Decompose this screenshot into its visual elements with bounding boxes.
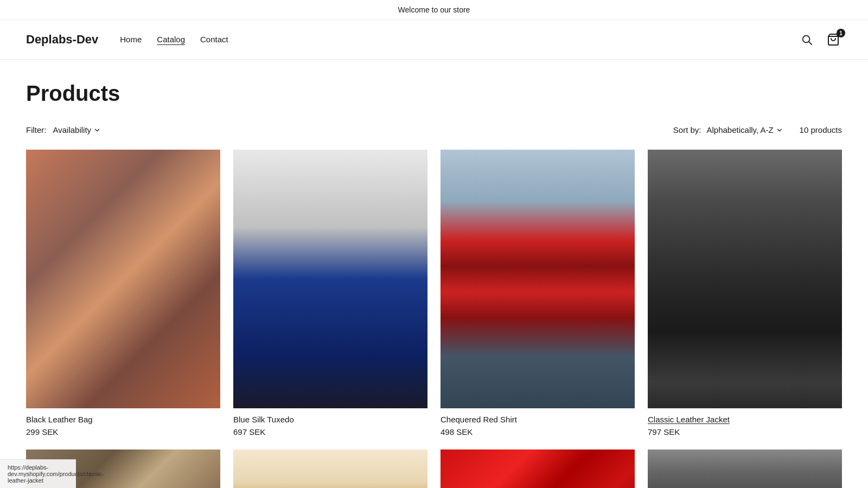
product-grid-row2 (26, 450, 842, 488)
announcement-bar: Welcome to our store (0, 0, 868, 20)
cart-button[interactable]: 1 (825, 31, 842, 48)
product-price-2: 498 SEK (441, 427, 635, 436)
product-image-5 (233, 450, 427, 488)
svg-line-1 (809, 42, 812, 45)
svg-point-0 (803, 36, 810, 43)
product-card-3[interactable]: Classic Leather Jacket 797 SEK (648, 150, 842, 436)
nav-list: Home Catalog Contact (120, 35, 228, 44)
product-card-1[interactable]: Blue Silk Tuxedo 697 SEK (233, 150, 427, 436)
header-right: 1 (799, 31, 842, 48)
filter-left: Filter: Availability (26, 125, 101, 134)
sort-dropdown[interactable]: Alphabetically, A-Z (706, 125, 783, 134)
product-image-2 (441, 150, 635, 408)
availability-filter[interactable]: Availability (53, 125, 101, 134)
product-grid: Black Leather Bag 299 SEK Blue Silk Tuxe… (26, 150, 842, 436)
product-image-6 (441, 450, 635, 488)
header-left: Deplabs-Dev Home Catalog Contact (26, 33, 228, 47)
nav-link-catalog[interactable]: Catalog (157, 35, 185, 44)
product-count: 10 products (800, 125, 842, 134)
page-title: Products (26, 81, 842, 106)
product-price-3: 797 SEK (648, 427, 842, 436)
sort-chevron-icon (776, 126, 783, 134)
main-nav: Home Catalog Contact (120, 35, 228, 44)
search-icon (801, 34, 813, 46)
nav-item-catalog: Catalog (157, 35, 185, 44)
availability-label: Availability (53, 125, 92, 134)
filter-right: Sort by: Alphabetically, A-Z 10 products (673, 125, 842, 134)
url-bar: https://deplabs-dev.myshopify.com/produc… (0, 459, 76, 488)
nav-item-contact: Contact (200, 35, 228, 44)
filter-label: Filter: (26, 125, 47, 134)
product-image-0 (26, 150, 220, 408)
sort-value: Alphabetically, A-Z (706, 125, 773, 134)
product-card-0[interactable]: Black Leather Bag 299 SEK (26, 150, 220, 436)
search-button[interactable] (799, 31, 815, 48)
product-name-0: Black Leather Bag (26, 415, 220, 424)
product-image-7 (648, 450, 842, 488)
product-card-6[interactable] (441, 450, 635, 488)
chevron-down-icon (93, 126, 101, 134)
brand-logo[interactable]: Deplabs-Dev (26, 33, 98, 47)
nav-item-home: Home (120, 35, 142, 44)
product-price-1: 697 SEK (233, 427, 427, 436)
nav-link-contact[interactable]: Contact (200, 35, 228, 44)
product-price-0: 299 SEK (26, 427, 220, 436)
header: Deplabs-Dev Home Catalog Contact (0, 20, 868, 60)
product-card-7[interactable] (648, 450, 842, 488)
announcement-text: Welcome to our store (398, 5, 470, 14)
cart-badge: 1 (837, 29, 845, 37)
sort-label: Sort by: (673, 125, 701, 134)
product-image-3 (648, 150, 842, 408)
main-content: Products Filter: Availability Sort by: A… (0, 60, 868, 488)
product-card-2[interactable]: Chequered Red Shirt 498 SEK (441, 150, 635, 436)
product-name-2: Chequered Red Shirt (441, 415, 635, 424)
product-name-1: Blue Silk Tuxedo (233, 415, 427, 424)
nav-link-home[interactable]: Home (120, 35, 142, 44)
product-image-1 (233, 150, 427, 408)
filter-bar: Filter: Availability Sort by: Alphabetic… (26, 125, 842, 134)
product-name-3: Classic Leather Jacket (648, 415, 842, 424)
product-card-5[interactable] (233, 450, 427, 488)
